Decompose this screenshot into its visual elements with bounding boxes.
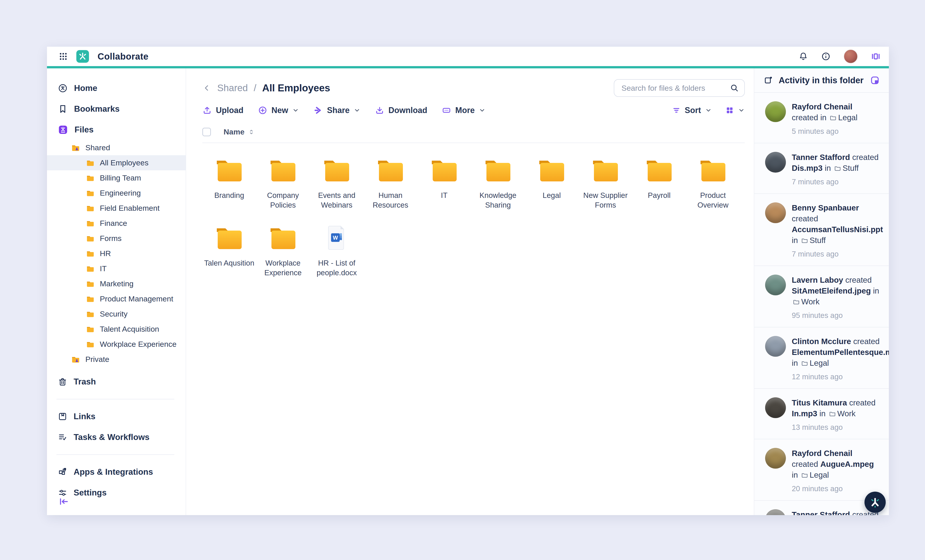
folder-tile[interactable]: IT bbox=[417, 156, 471, 210]
folder-tile[interactable]: Human Resources bbox=[364, 156, 417, 210]
app-launcher-icon[interactable] bbox=[59, 52, 68, 61]
folder-tile[interactable]: Branding bbox=[202, 156, 256, 210]
sidebar-item-links[interactable]: Links bbox=[47, 406, 185, 427]
new-button[interactable]: New bbox=[258, 106, 299, 115]
folder-icon bbox=[86, 234, 95, 243]
more-button[interactable]: More bbox=[442, 106, 485, 115]
sidebar-subfolder[interactable]: Field Enablement bbox=[47, 201, 185, 216]
folder-icon bbox=[213, 156, 246, 184]
folder-icon bbox=[213, 224, 246, 251]
folder-icon bbox=[428, 156, 461, 184]
download-icon bbox=[375, 106, 384, 115]
private-folder-icon bbox=[71, 355, 80, 364]
chevron-down-icon bbox=[738, 107, 745, 114]
sidebar: Home Bookmarks bbox=[47, 68, 186, 515]
folder-icon bbox=[374, 156, 407, 184]
word-document-icon: W bbox=[320, 224, 353, 251]
docx-file-tile[interactable]: W HR - List of people.docx bbox=[310, 224, 364, 278]
sidebar-item-tasks-workflows[interactable]: Tasks & Workflows bbox=[47, 427, 185, 447]
avatar bbox=[765, 336, 786, 357]
sidebar-folder-shared[interactable]: Shared bbox=[47, 140, 185, 155]
sidebar-subfolder[interactable]: Marketing bbox=[47, 276, 185, 291]
sidebar-subfolder[interactable]: IT bbox=[47, 261, 185, 276]
sidebar-subfolder[interactable]: Security bbox=[47, 306, 185, 321]
breadcrumb: Shared / All Employees bbox=[202, 83, 330, 94]
search-box[interactable] bbox=[614, 79, 745, 97]
search-icon[interactable] bbox=[730, 84, 739, 93]
activity-item[interactable]: Rayford Chenail created in Legal bbox=[754, 93, 889, 143]
activity-timestamp: 5 minutes ago bbox=[792, 127, 880, 136]
folder-tile[interactable]: Events and Webinars bbox=[310, 156, 364, 210]
activity-item[interactable]: Titus Kitamura created In.mp3 in Work bbox=[754, 389, 889, 439]
view-mode-button[interactable] bbox=[725, 106, 745, 115]
activity-item[interactable]: Rayford Chenail created AugueA.mpeg in L… bbox=[754, 439, 889, 501]
sidebar-subfolder[interactable]: Product Management bbox=[47, 291, 185, 306]
activity-timestamp: 7 minutes ago bbox=[792, 250, 880, 258]
folder-tile[interactable]: Talen Aqusition bbox=[202, 224, 256, 278]
sidebar-subfolder[interactable]: HR bbox=[47, 246, 185, 261]
folder-icon bbox=[643, 156, 676, 184]
top-bar: Collaborate bbox=[47, 47, 889, 68]
folder-tile[interactable]: Legal bbox=[525, 156, 579, 210]
page: Collaborate bbox=[0, 0, 925, 560]
sidebar-subfolder[interactable]: Engineering bbox=[47, 185, 185, 201]
activity-item[interactable]: Clinton Mcclure created ElementumPellent… bbox=[754, 327, 889, 389]
sidebar-subfolder[interactable]: Talent Acquisition bbox=[47, 321, 185, 336]
trash-icon bbox=[58, 377, 67, 386]
activity-item[interactable]: Tanner Stafford created Dis.mp3 in Stuff bbox=[754, 143, 889, 194]
info-icon[interactable] bbox=[821, 52, 831, 61]
breadcrumb-parent[interactable]: Shared bbox=[217, 83, 248, 93]
folder-icon bbox=[320, 156, 353, 184]
search-input[interactable] bbox=[621, 84, 730, 93]
folder-tile[interactable]: Product Overview bbox=[686, 156, 740, 210]
sidebar-item-trash[interactable]: Trash bbox=[47, 371, 185, 392]
sidebar-subfolder[interactable]: Billing Team bbox=[47, 170, 185, 185]
share-button[interactable]: Share bbox=[313, 106, 360, 115]
egnyte-glyph-icon bbox=[869, 496, 881, 508]
egnyte-logo-icon[interactable] bbox=[76, 50, 89, 63]
sidebar-item-apps-integrations[interactable]: Apps & Integrations bbox=[47, 462, 185, 482]
panel-toggle-icon[interactable] bbox=[871, 51, 881, 62]
sidebar-subfolder[interactable]: Forms bbox=[47, 231, 185, 246]
folder-chip-icon bbox=[792, 298, 800, 305]
folder-tile[interactable]: Knowledge Sharing bbox=[471, 156, 525, 210]
avatar bbox=[765, 448, 786, 468]
user-avatar[interactable] bbox=[844, 50, 858, 63]
activity-item[interactable]: Lavern Laboy created SitAmetEleifend.jpe… bbox=[754, 266, 889, 327]
folder-icon bbox=[482, 156, 514, 184]
folder-tile[interactable]: Company Policies bbox=[256, 156, 310, 210]
sort-button[interactable]: Sort bbox=[672, 106, 712, 115]
files-app-icon bbox=[58, 125, 68, 135]
folder-tile[interactable]: Workplace Experience bbox=[256, 224, 310, 278]
sidebar-subfolder[interactable]: All Employees bbox=[47, 155, 185, 170]
notifications-bell-icon[interactable] bbox=[798, 52, 808, 61]
sidebar-folder-private[interactable]: Private bbox=[47, 352, 185, 367]
folder-tile[interactable]: Payroll bbox=[632, 156, 686, 210]
folder-icon bbox=[86, 309, 95, 318]
grid-view-icon bbox=[725, 106, 734, 115]
sidebar-item-home[interactable]: Home bbox=[47, 78, 185, 99]
sort-filter-icon bbox=[672, 106, 681, 115]
folder-tile[interactable]: New Supplier Forms bbox=[579, 156, 632, 210]
name-column-header[interactable]: Name bbox=[224, 128, 255, 136]
sidebar-subfolder[interactable]: Workplace Experience bbox=[47, 336, 185, 352]
assistant-fab-button[interactable] bbox=[865, 492, 886, 513]
sidebar-item-bookmarks[interactable]: Bookmarks bbox=[47, 99, 185, 119]
panel-collapse-icon[interactable] bbox=[870, 75, 880, 85]
brand: Collaborate bbox=[59, 50, 149, 63]
upload-button[interactable]: Upload bbox=[202, 106, 243, 115]
select-all-checkbox[interactable] bbox=[202, 128, 211, 136]
activity-item[interactable]: Benny Spanbauer created AccumsanTellusNi… bbox=[754, 194, 889, 266]
folder-icon bbox=[86, 325, 95, 334]
download-button[interactable]: Download bbox=[375, 106, 427, 115]
avatar bbox=[765, 397, 786, 418]
back-chevron-icon[interactable] bbox=[202, 84, 211, 93]
sidebar-item-files[interactable]: Files bbox=[47, 119, 185, 140]
more-icon bbox=[442, 106, 451, 115]
folder-chip-icon bbox=[801, 237, 808, 244]
chevron-down-icon bbox=[479, 107, 485, 114]
activity-list: Rayford Chenail created in Legal bbox=[754, 93, 889, 515]
avatar bbox=[765, 509, 786, 515]
sidebar-collapse-icon[interactable] bbox=[58, 497, 69, 506]
sidebar-subfolder[interactable]: Finance bbox=[47, 216, 185, 231]
